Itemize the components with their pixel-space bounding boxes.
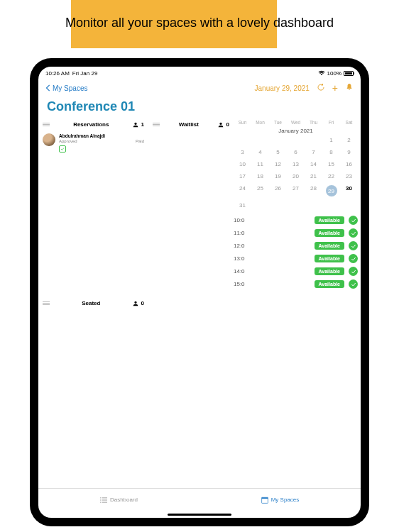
reservation-status: Approved [59,139,77,143]
calendar-dow: Sat [340,120,358,125]
tab-dashboard[interactable]: Dashboard [38,489,200,511]
calendar-day [251,202,269,209]
slot-check-button[interactable] [349,216,358,225]
home-indicator[interactable] [38,511,361,518]
calendar-day[interactable]: 11 [251,161,269,167]
calendar-dow: Fri [322,120,340,125]
calendar-day [305,137,322,143]
calendar-day [269,137,287,143]
calendar-day[interactable]: 24 [234,185,251,196]
calendar-day[interactable]: 16 [340,161,358,167]
calendar-month-label: January 2021 [234,126,358,137]
waitlist-count: 0 [226,121,229,128]
slot-check-button[interactable] [349,267,358,276]
slot-check-button[interactable] [349,241,358,250]
calendar-day[interactable]: 17 [234,173,251,179]
calendar-grid: 1234567891011121314151617181920212223242… [234,137,358,209]
reservation-payment: Paid [136,139,144,143]
page-title: Conference 01 [38,96,361,118]
calendar-day[interactable]: 27 [287,185,305,196]
slot-time: 12:0 [234,243,253,249]
calendar-day[interactable]: 22 [322,173,340,179]
calendar-day[interactable]: 20 [287,173,305,179]
calendar-day[interactable]: 9 [340,149,358,155]
slot-time: 13:0 [234,255,253,262]
bell-icon [345,83,354,92]
calendar-day[interactable]: 2 [340,137,358,143]
status-date: Fri Jan 29 [72,70,98,77]
approved-badge [59,145,66,153]
calendar-day[interactable]: 26 [269,185,287,196]
battery-icon [344,71,354,76]
add-button[interactable]: + [332,82,338,94]
calendar-day[interactable]: 19 [269,173,287,179]
calendar-day [287,202,305,209]
calendar-day[interactable]: 15 [322,161,340,167]
list-icon [153,123,160,126]
tab-dashboard-label: Dashboard [110,497,138,503]
refresh-button[interactable] [317,82,325,94]
calendar-day[interactable]: 6 [287,149,305,155]
calendar-dow: Mon [251,120,269,125]
waitlist-header[interactable]: Waitlist 0 [148,118,234,131]
time-slot-row[interactable]: 14:0Available [234,267,358,276]
slot-time: 11:0 [234,230,253,236]
calendar-day[interactable]: 12 [269,161,287,167]
time-slots: 10:0Available11:0Available12:0Available1… [234,216,358,289]
check-icon [351,231,356,236]
reservations-header[interactable]: Reservations 1 [38,118,148,131]
calendar-day[interactable]: 28 [305,185,322,196]
time-slot-row[interactable]: 11:0Available [234,228,358,238]
time-slot-row[interactable]: 15:0Available [234,279,358,289]
calendar-day[interactable]: 7 [305,149,322,155]
slot-check-button[interactable] [349,254,358,263]
back-button[interactable]: My Spaces [45,84,87,92]
chevron-left-icon [45,84,51,92]
calendar-day[interactable]: 25 [251,185,269,196]
avatar [43,133,55,146]
check-icon [60,147,65,151]
slot-check-button[interactable] [349,279,358,289]
calendar-day[interactable]: 29 [322,185,340,196]
check-icon [351,269,356,275]
calendar-day [269,202,287,209]
tab-my-spaces-label: My Spaces [271,497,300,503]
calendar-day[interactable]: 23 [340,173,358,179]
dashboard-icon [100,497,107,503]
calendar-day[interactable]: 10 [234,161,251,167]
calendar-day[interactable]: 4 [251,149,269,155]
seated-count: 0 [141,300,144,306]
nav-date[interactable]: January 29, 2021 [255,84,310,92]
list-icon [43,301,50,305]
calendar-day [340,202,358,209]
slot-status-chip: Available [315,280,344,288]
calendar-day[interactable]: 13 [287,161,305,167]
calendar-day[interactable]: 14 [305,161,322,167]
calendar-day[interactable]: 5 [269,149,287,155]
seated-header[interactable]: Seated 0 [38,297,148,309]
wifi-icon [318,70,325,76]
calendar-day[interactable]: 18 [251,173,269,179]
calendar-day[interactable]: 3 [234,149,251,155]
slot-check-button[interactable] [349,228,358,238]
calendar-day[interactable]: 1 [322,137,340,143]
reservations-count: 1 [141,121,144,128]
time-slot-row[interactable]: 12:0Available [234,241,358,250]
time-slot-row[interactable]: 10:0Available [234,216,358,225]
calendar-icon [261,497,268,504]
slot-status-chip: Available [315,255,344,262]
calendar-dow-row: SunMonTueWedThuFriSat [234,118,358,126]
person-icon [133,122,138,128]
tab-my-spaces[interactable]: My Spaces [200,489,361,511]
calendar-day[interactable]: 8 [322,149,340,155]
reservations-label: Reservations [53,121,130,128]
time-slot-row[interactable]: 13:0Available [234,254,358,263]
notifications-button[interactable] [345,82,354,94]
svg-rect-1 [261,497,268,499]
status-time: 10:26 AM [45,70,70,77]
calendar-day[interactable]: 31 [234,202,251,209]
calendar-day[interactable]: 30 [340,185,358,196]
calendar-day[interactable]: 21 [305,173,322,179]
refresh-icon [317,83,325,92]
reservation-item[interactable]: Abdulrahman Alnajdi Approved Paid [38,131,148,155]
